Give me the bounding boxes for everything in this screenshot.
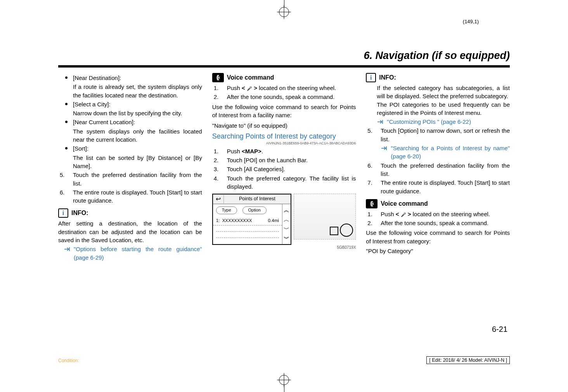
voice-command-label: Voice command — [227, 73, 274, 82]
crop-mark-top — [279, 0, 289, 17]
list-text: Touch [POI] on the Launch Bar. — [227, 156, 356, 164]
voice-icon — [366, 199, 378, 208]
reference-link: "Options before starting the route guida… — [74, 245, 202, 262]
poi-type-pill: Type — [216, 206, 237, 214]
poi-screenshot: ↩ Points of Interest Type Option 1: XXXX… — [212, 194, 356, 250]
list-text: Touch the preferred category. The facili… — [227, 174, 356, 191]
bullet-icon — [65, 76, 68, 79]
info-body: After setting a destination, the locatio… — [58, 219, 202, 244]
scrollbar: ︽ ︿ ﹀ ︾ — [282, 204, 291, 244]
list-number: 6. — [60, 188, 69, 205]
chevron-up-icon: ︿ — [284, 215, 289, 224]
list-text: Push <MAP>. — [227, 147, 356, 155]
paragraph: Use the following voice command to searc… — [212, 103, 356, 120]
bullet-label: [Near Current Location]: — [73, 118, 202, 126]
list-text: After the tone sounds, speak a command. — [381, 219, 510, 227]
bullet-icon — [65, 147, 68, 149]
list-text: Touch [Option] to narrow down, sort or r… — [381, 127, 510, 143]
voice-icon — [212, 73, 224, 82]
list-number: 1. — [214, 147, 223, 155]
list-text: After the tone sounds, speak a command. — [227, 93, 356, 101]
column-1: [Near Destination]: If a route is alread… — [58, 73, 202, 334]
list-text: The entire route is displayed. Touch [St… — [381, 179, 510, 195]
mic-icon: 🎤 — [247, 86, 252, 91]
bullet-text: The list can be sorted by [By Distance] … — [73, 154, 202, 170]
chevron-down-icon: ︾ — [284, 234, 289, 243]
mic-icon: 🎤 — [401, 212, 406, 217]
list-number: 3. — [214, 165, 223, 173]
list-number: 2. — [214, 93, 223, 101]
section-title: 6. Navigation (if so equipped) — [364, 50, 510, 62]
image-label: 5GB0719X — [212, 245, 356, 250]
bullet-label: [Sort]: — [73, 144, 202, 153]
reference-link: "Customizing POIs " (page 6-22) — [387, 118, 471, 126]
poi-distance: 0.4mi — [268, 217, 279, 224]
poi-title: Points of Interest — [224, 194, 291, 204]
column-3: i INFO: If the selected category has sub… — [366, 73, 510, 334]
bullet-label: [Select a City]: — [73, 100, 202, 108]
section-rule — [58, 65, 510, 68]
list-text: The entire route is displayed. Touch [St… — [73, 188, 202, 205]
voice-command-label: Voice command — [381, 199, 428, 208]
column-2: Voice command 1. Push < 🎤 > located on t… — [212, 73, 356, 334]
content-columns: [Near Destination]: If a route is alread… — [58, 73, 510, 334]
info-icon: i — [366, 73, 376, 82]
list-number: 6. — [367, 161, 377, 178]
bullet-text: Narrow down the list by specifying the c… — [73, 109, 202, 117]
list-number: 7. — [367, 179, 377, 195]
list-number: 4. — [214, 174, 223, 191]
reference-icon — [377, 118, 384, 126]
map-preview — [294, 194, 356, 239]
list-number: 1. — [214, 84, 223, 92]
list-text: Push < 🎤 > located on the steering wheel… — [381, 210, 510, 218]
crop-mark-bottom — [279, 375, 289, 392]
info-icon: i — [58, 208, 68, 218]
bullet-text: The system displays only the facilities … — [73, 127, 202, 144]
bullet-label: [Near Destination]: — [73, 74, 202, 82]
reference-icon — [381, 144, 388, 161]
paragraph: Use the following voice command to searc… — [366, 229, 510, 245]
list-number: 5. — [60, 171, 69, 187]
info-label: INFO: — [379, 73, 396, 82]
footer-condition: Condition: — [58, 358, 79, 363]
page-number-top: (149,1) — [463, 19, 479, 24]
list-number: 2. — [214, 156, 223, 164]
list-number: 5. — [367, 127, 377, 160]
footer-edit-info: [ Edit: 2018/ 4/ 26 Model: AIVINJ-N ] — [426, 356, 510, 364]
bullet-icon — [65, 103, 68, 105]
list-text: Touch [All Categories]. — [227, 165, 356, 173]
list-text: Touch the preferred destination facility… — [381, 161, 510, 178]
guid-code: AIVINJN1-351BE659-0AB9-473A-AC1A-38ABCAD… — [212, 141, 356, 146]
page-number: 6-21 — [492, 325, 507, 334]
reference-icon — [64, 245, 71, 262]
poi-option-pill: Option — [242, 206, 267, 214]
bullet-icon — [65, 121, 68, 123]
info-body: The POI categories to be used frequently… — [377, 101, 510, 117]
info-body: If the selected category has subcategori… — [377, 84, 510, 101]
back-icon: ↩ — [213, 195, 224, 204]
list-number: 1. — [367, 210, 377, 218]
list-text: Touch the preferred destination facility… — [73, 171, 202, 187]
reference-link: "Searching for a Points of Interest by n… — [391, 144, 510, 161]
subheading: Searching Points of Interest by category — [212, 132, 356, 141]
voice-phrase: "Navigate to" (if so equipped) — [212, 121, 356, 130]
info-label: INFO: — [71, 209, 88, 218]
chevron-up-icon: ︽ — [284, 206, 289, 214]
bullet-text: If a route is already set, the system di… — [73, 83, 202, 99]
list-text: Push < 🎤 > located on the steering wheel… — [227, 84, 356, 92]
list-number: 2. — [367, 219, 377, 227]
chevron-down-icon: ﹀ — [284, 225, 289, 233]
voice-phrase: "POI by Category" — [366, 247, 510, 255]
